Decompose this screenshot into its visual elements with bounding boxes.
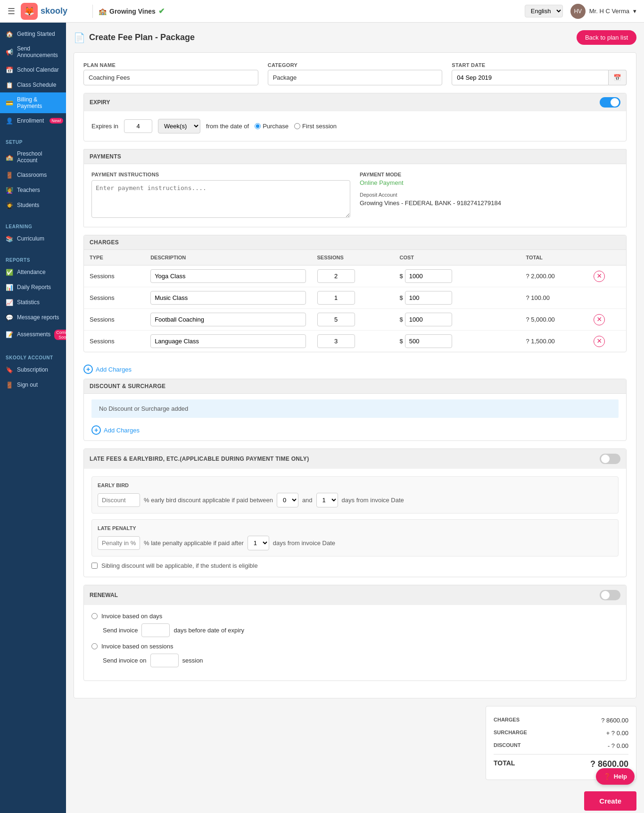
late-fees-header: LATE FEES & EARLYBIRD, ETC.(APPLICABLE D… bbox=[84, 449, 626, 469]
sidebar-item-message-reports[interactable]: 💬 Message reports bbox=[0, 310, 66, 325]
sidebar-item-teachers[interactable]: 👩‍🏫 Teachers bbox=[0, 183, 66, 198]
user-info[interactable]: HV Mr. H C Verma ▾ bbox=[570, 4, 636, 19]
charge-cost-input-3[interactable] bbox=[405, 334, 452, 348]
verified-icon: ✔ bbox=[158, 7, 165, 16]
send-invoice-days-input[interactable] bbox=[141, 623, 170, 637]
charge-description-input-0[interactable] bbox=[150, 269, 305, 283]
late-fees-toggle-slider bbox=[600, 454, 620, 464]
late-fees-toggle[interactable] bbox=[600, 454, 620, 464]
hamburger-menu[interactable]: ☰ bbox=[8, 6, 15, 17]
payment-mode-value: Online Payment bbox=[360, 179, 619, 186]
charge-remove-cell-1 bbox=[588, 287, 626, 309]
charges-table: TYPE DESCRIPTION SESSIONS COST TOTAL Ses… bbox=[84, 250, 626, 352]
invoice-days-radio[interactable] bbox=[91, 613, 98, 619]
expiry-body: Expires in Week(s) Day(s) Month(s) from … bbox=[84, 111, 626, 141]
charge-remove-button-0[interactable]: × bbox=[594, 271, 605, 282]
sidebar-item-daily-reports[interactable]: 📊 Daily Reports bbox=[0, 280, 66, 295]
invoice-sessions-sub-row: Send invoice on session bbox=[91, 654, 619, 667]
late-penalty-input[interactable] bbox=[98, 536, 140, 550]
sidebar-item-subscription[interactable]: 🔖 Subscription bbox=[0, 362, 66, 377]
charge-cost-input-0[interactable] bbox=[405, 269, 452, 283]
first-session-label: First session bbox=[302, 123, 337, 130]
sidebar-item-class-schedule[interactable]: 📋 Class Schedule bbox=[0, 77, 66, 92]
sidebar-item-send-announcements[interactable]: 📢 Send Announcements bbox=[0, 41, 66, 62]
days-before-label: days before date of expiry bbox=[173, 627, 244, 634]
table-row: Sessions $ ? 5,000.00 × bbox=[84, 309, 626, 331]
sidebar-item-sign-out[interactable]: 🚪 Sign out bbox=[0, 377, 66, 392]
charge-description-input-2[interactable] bbox=[150, 313, 305, 326]
help-button[interactable]: ❓ Help bbox=[596, 768, 635, 785]
back-to-plan-list-button[interactable]: Back to plan list bbox=[577, 30, 636, 45]
sibling-discount-label: Sibling discount will be applicable, if … bbox=[101, 562, 258, 569]
early-bird-from-select[interactable]: 0123 bbox=[277, 493, 298, 507]
sidebar-item-school-calendar[interactable]: 📅 School Calendar bbox=[0, 62, 66, 77]
first-session-radio[interactable] bbox=[294, 123, 300, 129]
no-discount-message: No Discount or Surcharge added bbox=[91, 399, 619, 418]
charge-sessions-input-3[interactable] bbox=[317, 334, 355, 348]
charge-description-input-3[interactable] bbox=[150, 334, 305, 348]
sidebar-item-curriculum[interactable]: 📚 Curriculum bbox=[0, 231, 66, 246]
expiry-header: EXPIRY bbox=[84, 93, 626, 111]
calendar-button[interactable]: 📅 bbox=[609, 70, 627, 85]
teachers-icon: 👩‍🏫 bbox=[6, 186, 13, 194]
charge-cost-input-1[interactable] bbox=[405, 291, 452, 305]
late-penalty-days-select[interactable]: 1237 bbox=[248, 536, 269, 550]
charge-empty-1 bbox=[501, 287, 520, 309]
add-discount-plus-icon: + bbox=[91, 425, 101, 435]
send-invoice-sessions-input[interactable] bbox=[150, 654, 179, 667]
sidebar-item-getting-started[interactable]: 🏠 Getting Started bbox=[0, 26, 66, 41]
renewal-toggle[interactable] bbox=[600, 590, 620, 600]
language-select[interactable]: English bbox=[525, 5, 563, 17]
col-total: TOTAL bbox=[520, 250, 588, 265]
early-bird-discount-input[interactable] bbox=[98, 493, 140, 507]
from-date-of-label: from the date of bbox=[206, 123, 249, 130]
deposit-account-value: Growing Vines - FEDERAL BANK - 918274127… bbox=[360, 199, 619, 207]
sidebar-item-assessments[interactable]: 📝 Assessments Coming Soon bbox=[0, 325, 66, 344]
plan-name-row: PLAN NAME CATEGORY START DATE 📅 bbox=[83, 62, 627, 85]
sibling-discount-checkbox[interactable] bbox=[91, 563, 98, 569]
expiry-toggle[interactable] bbox=[600, 97, 620, 108]
sidebar-item-preschool-account[interactable]: 🏫 Preschool Account bbox=[0, 147, 66, 167]
plan-name-input[interactable] bbox=[83, 70, 258, 85]
sign-out-icon: 🚪 bbox=[6, 381, 13, 389]
charge-cost-cell-2: $ bbox=[394, 309, 501, 331]
topbar: ☰ 🦊 skooly 🏫 Growing Vines ✔ English HV … bbox=[0, 0, 644, 23]
charge-sessions-input-0[interactable] bbox=[317, 269, 355, 283]
sidebar-learning-section: LEARNING 📚 Curriculum bbox=[0, 216, 66, 250]
calendar-icon: 📅 bbox=[6, 66, 13, 74]
charge-sessions-input-1[interactable] bbox=[317, 291, 355, 305]
sidebar-item-classrooms[interactable]: 🚪 Classrooms bbox=[0, 167, 66, 183]
purchase-radio-label[interactable]: Purchase bbox=[255, 123, 289, 130]
charge-sessions-input-2[interactable] bbox=[317, 313, 355, 326]
early-bird-form: % early bird discount applicable if paid… bbox=[98, 493, 612, 507]
charge-description-input-1[interactable] bbox=[150, 291, 305, 305]
create-button[interactable]: Create bbox=[584, 791, 636, 811]
plan-name-group: PLAN NAME bbox=[83, 62, 258, 85]
col-sessions: SESSIONS bbox=[312, 250, 394, 265]
sidebar-item-students[interactable]: 🧑‍🎓 Students bbox=[0, 198, 66, 213]
week-select[interactable]: Week(s) Day(s) Month(s) bbox=[158, 119, 200, 133]
charge-cost-input-2[interactable] bbox=[405, 313, 452, 326]
category-input[interactable] bbox=[268, 70, 443, 85]
add-charges-button[interactable]: + Add Charges bbox=[83, 360, 627, 379]
sidebar-item-billing-payments[interactable]: 💳 Billing & Payments bbox=[0, 92, 66, 113]
start-date-input[interactable] bbox=[452, 70, 609, 85]
sidebar-item-statistics[interactable]: 📈 Statistics bbox=[0, 295, 66, 310]
add-discount-button[interactable]: + Add Charges bbox=[84, 423, 626, 440]
late-fees-section: LATE FEES & EARLYBIRD, ETC.(APPLICABLE D… bbox=[83, 448, 627, 577]
expires-in-input[interactable] bbox=[124, 119, 152, 133]
logo-icon: 🦊 bbox=[21, 3, 38, 20]
sidebar: 🏠 Getting Started 📢 Send Announcements 📅… bbox=[0, 23, 66, 813]
purchase-radio[interactable] bbox=[255, 123, 261, 129]
early-bird-to-select[interactable]: 1237 bbox=[316, 493, 338, 507]
sidebar-item-attendance[interactable]: ✅ Attendance bbox=[0, 265, 66, 280]
expiry-toggle-slider bbox=[600, 97, 620, 108]
charge-remove-button-2[interactable]: × bbox=[594, 314, 605, 325]
page-title: Create Fee Plan - Package bbox=[89, 33, 195, 42]
invoice-sessions-radio[interactable] bbox=[91, 643, 98, 649]
home-icon: 🏠 bbox=[6, 30, 13, 38]
first-session-radio-label[interactable]: First session bbox=[294, 123, 337, 130]
payment-instructions-textarea[interactable] bbox=[91, 180, 350, 218]
sidebar-item-enrollment[interactable]: 👤 Enrollment New! bbox=[0, 113, 66, 128]
charge-remove-button-3[interactable]: × bbox=[594, 336, 605, 347]
